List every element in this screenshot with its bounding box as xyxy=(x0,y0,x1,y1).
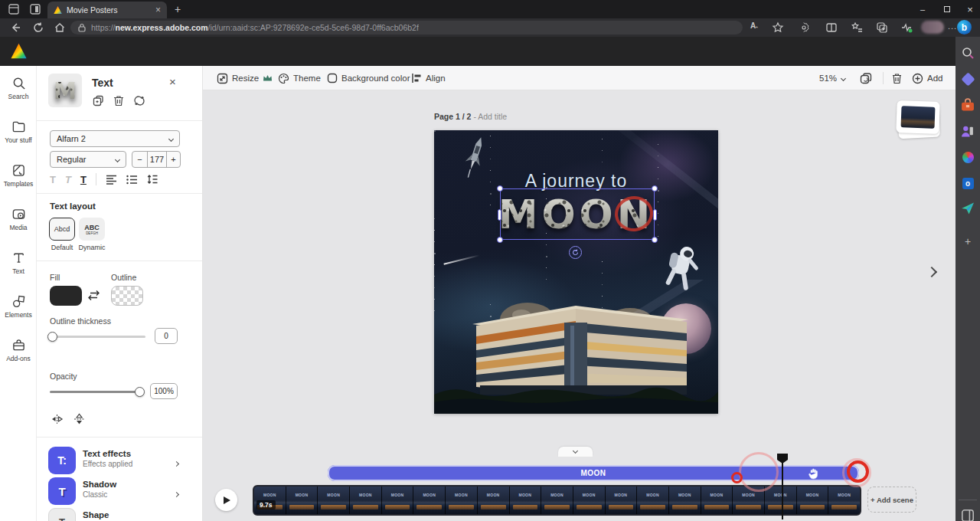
next-page-chevron[interactable] xyxy=(928,265,936,279)
font-size-value[interactable]: 177 xyxy=(147,152,167,167)
browser-essentials-icon[interactable] xyxy=(900,21,913,34)
line-spacing-icon[interactable] xyxy=(147,174,158,185)
filmstrip-frame[interactable]: MOON xyxy=(318,487,350,514)
theme-button[interactable]: Theme xyxy=(278,66,321,90)
home-icon[interactable] xyxy=(54,21,66,34)
edge-m365-icon[interactable] xyxy=(961,150,975,164)
align-button[interactable]: Align xyxy=(411,66,446,90)
tab-close-icon[interactable]: × xyxy=(155,5,161,15)
filmstrip-frame[interactable]: MOON xyxy=(446,487,478,514)
shadow-row[interactable]: T Shadow Classic xyxy=(37,477,203,508)
filmstrip-frame[interactable]: MOON xyxy=(797,487,829,514)
extensions-icon[interactable] xyxy=(798,21,810,34)
outline-thickness-input[interactable] xyxy=(155,328,178,344)
poster-page[interactable]: A journey to MOON xyxy=(434,130,718,414)
selection-handle-nw[interactable] xyxy=(497,185,503,192)
font-weight-select[interactable]: Regular xyxy=(50,151,126,168)
animate-icon[interactable] xyxy=(133,95,145,106)
split-screen-icon[interactable] xyxy=(825,21,838,34)
sidebar-item-text[interactable]: Text xyxy=(0,241,37,284)
play-button[interactable] xyxy=(215,489,237,511)
window-minimize-button[interactable]: – xyxy=(911,0,934,18)
timeline-collapse-button[interactable] xyxy=(558,447,593,457)
refresh-icon[interactable] xyxy=(32,21,44,34)
edge-outlook-icon[interactable]: o xyxy=(961,176,975,190)
back-icon[interactable] xyxy=(9,21,21,34)
window-close-button[interactable]: × xyxy=(959,0,980,18)
delete-icon[interactable] xyxy=(113,95,124,106)
timeline-text-track[interactable]: MOON xyxy=(328,465,859,481)
new-tab-button[interactable]: + xyxy=(175,3,181,15)
outline-thickness-knob[interactable] xyxy=(47,332,57,342)
page-stack-front[interactable] xyxy=(896,100,939,134)
rotate-handle[interactable] xyxy=(569,246,582,259)
sidebar-item-elements[interactable]: Elements xyxy=(0,284,37,328)
profile-avatar[interactable] xyxy=(921,21,944,34)
filmstrip-frame[interactable]: MOON xyxy=(765,487,797,514)
selection-handle-w[interactable] xyxy=(498,209,501,221)
outline-thickness-slider[interactable] xyxy=(50,336,145,338)
edge-shopping-icon[interactable] xyxy=(961,72,975,86)
playhead-line[interactable] xyxy=(782,457,783,519)
filmstrip-frame[interactable]: MOON xyxy=(828,487,861,514)
filmstrip-frame[interactable]: MOON xyxy=(637,487,669,514)
duplicate-icon[interactable] xyxy=(93,95,104,106)
add-scene-button[interactable]: + Add scene xyxy=(867,487,916,513)
browser-tab[interactable]: Movie Posters × xyxy=(47,2,167,18)
filmstrip-frame[interactable]: MOON xyxy=(413,487,446,514)
window-maximize-button[interactable] xyxy=(936,0,959,18)
bold-button[interactable]: T xyxy=(50,174,56,185)
zoom-control[interactable]: 51% xyxy=(819,66,845,90)
edge-add-icon[interactable]: + xyxy=(961,234,975,248)
shape-row[interactable]: T Shape xyxy=(37,508,203,521)
filmstrip-frame[interactable]: MOON xyxy=(382,487,414,514)
edge-people-icon[interactable] xyxy=(961,124,975,138)
selection-handle-sw[interactable] xyxy=(497,237,503,243)
pages-icon[interactable] xyxy=(860,73,872,84)
add-to-collection-icon[interactable] xyxy=(876,21,888,34)
layout-dynamic-tile[interactable]: ABC DEFGH xyxy=(79,218,105,241)
text-effects-row[interactable]: T: Text effects Effects applied xyxy=(37,447,203,477)
filmstrip-frame[interactable]: MOON xyxy=(350,487,382,514)
font-size-decrease-button[interactable]: − xyxy=(132,152,147,167)
sidebar-item-search[interactable]: Search xyxy=(0,66,37,110)
adobe-express-logo[interactable] xyxy=(11,43,27,59)
filmstrip-frame[interactable]: MOON xyxy=(701,487,733,514)
fill-color-swatch[interactable] xyxy=(50,286,82,306)
edge-settings-panel-icon[interactable] xyxy=(961,509,975,521)
edge-drop-icon[interactable] xyxy=(961,202,975,215)
page-indicator[interactable]: Page 1 / 2 - Add title xyxy=(434,112,507,121)
url-bar[interactable]: https://new.express.adobe.com/id/urn:aai… xyxy=(70,21,743,34)
collections-icon[interactable] xyxy=(851,21,864,34)
flip-vertical-icon[interactable] xyxy=(74,413,85,425)
font-size-increase-button[interactable]: + xyxy=(167,152,180,167)
favorites-star-icon[interactable] xyxy=(772,21,784,34)
filmstrip-frame[interactable]: MOON xyxy=(573,487,606,514)
canvas-area[interactable]: Page 1 / 2 - Add title A journey to MOON xyxy=(203,90,956,521)
filmstrip-frame[interactable]: MOON xyxy=(606,487,638,514)
read-aloud-icon[interactable]: A‸ xyxy=(750,21,763,34)
add-page-button[interactable]: Add xyxy=(912,66,942,90)
sidebar-item-media[interactable]: Media xyxy=(0,197,37,241)
selection-handle-se[interactable] xyxy=(652,237,658,243)
selection-handle-ne[interactable] xyxy=(652,185,658,192)
edge-search-icon[interactable] xyxy=(961,46,975,60)
filmstrip-frame[interactable]: MOON xyxy=(669,487,701,514)
bing-sidebar-icon[interactable]: b xyxy=(957,20,972,34)
delete-page-icon[interactable] xyxy=(892,73,902,84)
filmstrip-frame[interactable]: MOON xyxy=(478,487,510,514)
background-color-button[interactable]: Background color xyxy=(327,66,410,90)
filmstrip-frame[interactable]: MOON xyxy=(541,487,573,514)
italic-button[interactable]: T xyxy=(65,174,71,185)
align-text-icon[interactable] xyxy=(106,175,117,185)
filmstrip-frame[interactable]: MOON xyxy=(286,487,318,514)
sidebar-item-add-ons[interactable]: Add-ons xyxy=(0,328,37,372)
filmstrip-frame[interactable]: MOON xyxy=(510,487,542,514)
font-family-select[interactable]: Alfarn 2 xyxy=(50,130,180,147)
flip-horizontal-icon[interactable] xyxy=(51,414,64,424)
selection-handle-e[interactable] xyxy=(653,209,657,221)
panel-close-icon[interactable]: × xyxy=(169,75,176,88)
tab-actions-icon[interactable] xyxy=(29,3,41,15)
list-icon[interactable] xyxy=(126,175,138,185)
opacity-input[interactable] xyxy=(150,383,178,399)
